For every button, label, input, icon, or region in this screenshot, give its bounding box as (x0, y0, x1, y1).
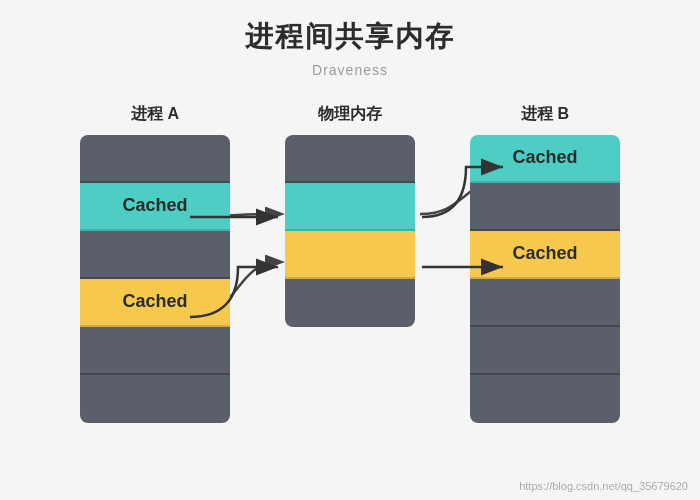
process-a-cached-1: Cached (122, 195, 187, 216)
process-a-column: 进程 A Cached Cached (80, 104, 230, 423)
process-b-cached-1: Cached (512, 147, 577, 168)
process-b-seg0-cached: Cached (470, 135, 620, 183)
process-a-memory: Cached Cached (80, 135, 230, 423)
process-b-seg3 (470, 279, 620, 327)
physical-memory-block (285, 135, 415, 327)
columns-wrapper: 进程 A Cached Cached 物理内存 (10, 104, 690, 423)
process-b-memory: Cached Cached (470, 135, 620, 423)
process-a-seg4 (80, 327, 230, 375)
process-a-seg0 (80, 135, 230, 183)
page-container: 进程间共享内存 Draveness (0, 0, 700, 500)
physical-memory-label: 物理内存 (318, 104, 382, 125)
process-a-cached-2: Cached (122, 291, 187, 312)
process-b-cached-2: Cached (512, 243, 577, 264)
process-a-seg2 (80, 231, 230, 279)
process-b-seg5 (470, 375, 620, 423)
process-b-label: 进程 B (521, 104, 569, 125)
phys-seg0 (285, 135, 415, 183)
phys-seg1 (285, 183, 415, 231)
process-a-seg3-cached: Cached (80, 279, 230, 327)
phys-seg2 (285, 231, 415, 279)
process-a-seg1-cached: Cached (80, 183, 230, 231)
subtitle: Draveness (312, 62, 388, 78)
process-b-column: 进程 B Cached Cached (470, 104, 620, 423)
footer-link: https://blog.csdn.net/qq_35679620 (519, 480, 688, 492)
process-a-label: 进程 A (131, 104, 179, 125)
diagram-area: 进程 A Cached Cached 物理内存 (10, 108, 690, 418)
main-title: 进程间共享内存 (245, 18, 455, 56)
process-b-seg4 (470, 327, 620, 375)
phys-seg3 (285, 279, 415, 327)
process-a-seg5 (80, 375, 230, 423)
process-b-seg2-cached: Cached (470, 231, 620, 279)
physical-memory-wrapper: 物理内存 (285, 104, 415, 327)
process-b-seg1 (470, 183, 620, 231)
